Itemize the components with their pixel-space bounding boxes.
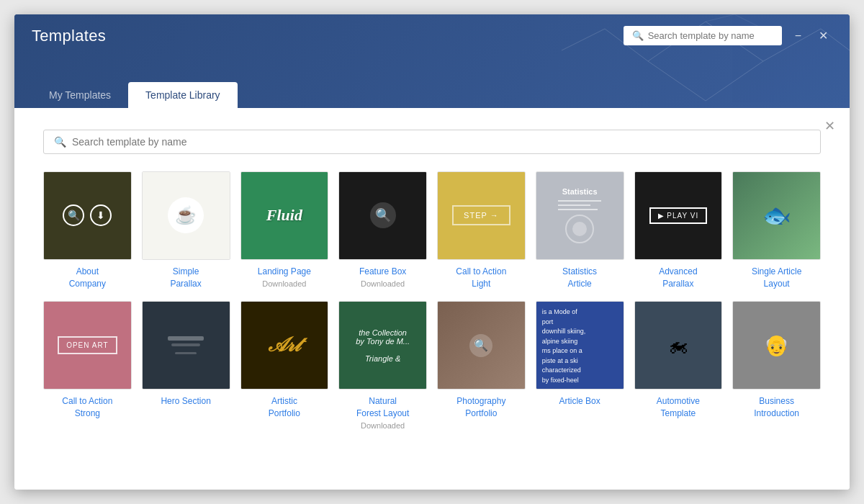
template-artistic-portfolio[interactable]: 𝒜𝓇𝓉 Artistic Portfolio [240,301,329,429]
forest-text: the Collectionby Tony de M...Triangle & [356,328,410,363]
template-cta-strong[interactable]: OPEN ART Call to Action Strong [43,301,132,429]
cup-icon: ☕ [168,197,204,233]
stats-label: Statistics [562,187,598,196]
template-name: Statistics Article [562,266,597,290]
step-button: STEP → [452,205,510,225]
artistic-text: 𝒜𝓇𝓉 [269,333,300,357]
download-circle-icon: ⬇ [90,204,112,226]
template-business-introduction[interactable]: 👴 Business Introduction [732,301,821,429]
fluid-text: Fluid [266,206,302,225]
template-name: Artistic Portfolio [269,395,300,420]
main-search-input[interactable] [72,136,810,148]
tab-my-templates[interactable]: My Templates [32,82,128,108]
template-badge: Downloaded [262,279,306,288]
template-about-company[interactable]: 🔍 ⬇ About Company [43,171,132,289]
template-hero-section[interactable]: Hero Section [142,301,230,429]
main-search-box[interactable]: 🔍 [43,130,821,154]
stats-visual [558,200,601,210]
template-name: Call to Action Light [456,266,506,290]
template-simple-parallax[interactable]: ☕ Simple Parallax [142,171,230,289]
template-article-box[interactable]: is a Mode ofportdownhill skiing,alpine s… [536,301,624,429]
circle-chart [565,215,594,243]
template-name: About Company [69,266,106,290]
template-single-article-layout[interactable]: 🐟 Single Article Layout [732,171,821,289]
template-grid: 🔍 ⬇ About Company ☕ Simple Parallax F [43,171,821,430]
template-natural-forest-layout[interactable]: the Collectionby Tony de M...Triangle & … [338,301,427,429]
tab-template-library[interactable]: Template Library [128,82,238,108]
search-circle-icon: 🔍 [63,204,84,226]
business-icon: 👴 [764,333,789,357]
template-name: Advanced Parallax [659,266,697,290]
templates-modal: Templates 🔍 − ✕ My Templates Template Li… [14,14,850,490]
template-cta-light[interactable]: STEP → Call to Action Light [437,171,526,289]
template-name: Natural Forest Layout [356,395,409,420]
template-photography-portfolio[interactable]: 🔍 Photography Portfolio [437,301,526,429]
hero-visual [168,336,204,354]
template-name: Simple Parallax [170,266,201,290]
template-name: Single Article Layout [752,266,801,290]
minimize-button[interactable]: − [791,27,806,45]
modal-header: Templates 🔍 − ✕ My Templates Template Li… [14,14,850,108]
template-name: Hero Section [161,395,210,408]
template-name: Feature Box [359,266,406,278]
motorcycle-icon: 🏍 [668,333,688,357]
play-button-visual: ▶ PLAY VI [649,207,708,224]
template-statistics-article[interactable]: Statistics Statistics Article [536,171,624,289]
template-automotive-template[interactable]: 🏍 Automotive Template [634,301,723,429]
modal-body: ✕ 🔍 🔍 ⬇ About Company [14,108,850,490]
template-name: Automotive Template [657,395,700,420]
open-art-button: OPEN ART [58,336,117,354]
window-title: Templates [32,27,106,45]
template-name: Article Box [559,395,600,408]
template-advanced-parallax[interactable]: ▶ PLAY VI Advanced Parallax [634,171,723,289]
template-name: Call to Action Strong [62,395,112,420]
search-icon: 🔍 [370,202,396,228]
photo-search-icon: 🔍 [469,334,492,357]
search-row: 🔍 [43,130,821,154]
main-search-icon: 🔍 [54,136,66,148]
fish-emoji: 🐟 [762,202,791,229]
template-feature-box[interactable]: 🔍 Feature Box Downloaded [338,171,427,289]
template-landing-page[interactable]: Fluid Landing Page Downloaded [240,171,329,289]
template-name: Landing Page [258,266,311,278]
template-badge: Downloaded [361,279,405,288]
article-box-text: is a Mode ofportdownhill skiing,alpine s… [542,307,586,385]
template-name: Photography Portfolio [456,395,505,420]
body-close-button[interactable]: ✕ [824,118,835,134]
window-close-button[interactable]: ✕ [814,26,832,45]
template-badge: Downloaded [361,421,405,430]
template-name: Business Introduction [754,395,799,420]
